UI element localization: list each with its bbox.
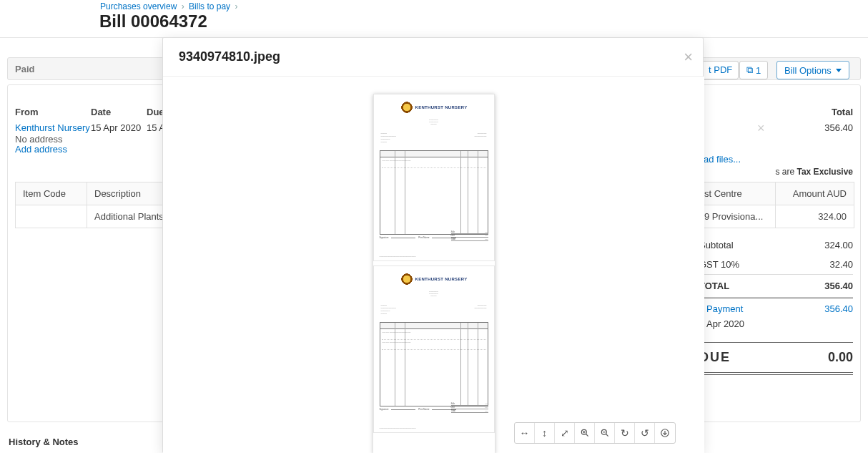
col-item-code: Item Code [16, 182, 87, 205]
status-badge: Paid [15, 64, 34, 74]
bill-options-button[interactable]: Bill Options [776, 61, 849, 79]
no-address-text: No address [15, 134, 62, 145]
date-label: Date [91, 107, 111, 117]
col-amount: Amount AUD [776, 182, 854, 205]
date-value: 15 Apr 2020 [91, 122, 141, 133]
amounts-are-text: s are Tax Exclusive [775, 167, 853, 177]
print-pdf-button[interactable]: t PDF [702, 61, 739, 79]
viewer-toolbar: ↔ ↕ ⤢ ↻ ↺ [514, 422, 676, 444]
chevron-down-icon [836, 69, 842, 72]
from-link[interactable]: Kenthurst Nursery [15, 122, 90, 133]
nursery-logo-icon [400, 273, 413, 286]
total-value: 356.40 [824, 122, 853, 133]
rotate-ccw-icon[interactable]: ↺ [635, 423, 655, 443]
add-address-link[interactable]: Add address [15, 144, 67, 155]
page-title: Bill 00064372 [99, 11, 207, 31]
attachments-button[interactable]: ⧉ 1 [739, 61, 768, 79]
payment-link[interactable]: s Payment [699, 303, 743, 314]
total-label: Total [832, 107, 853, 117]
svg-line-1 [586, 434, 588, 437]
upload-files-link[interactable]: ad files... [704, 154, 741, 165]
rotate-cw-icon[interactable]: ↻ [615, 423, 635, 443]
from-label: From [15, 107, 39, 117]
zoom-out-icon[interactable] [595, 423, 615, 443]
zoom-in-icon[interactable] [575, 423, 595, 443]
nursery-logo-icon [400, 101, 413, 114]
modal-close-icon[interactable]: × [684, 48, 693, 67]
invoice-page-1: KENTHURST NURSERY ──────────────── ─────… [373, 94, 495, 261]
fit-width-icon[interactable]: ↔ [515, 423, 535, 443]
summary-box: Subtotal324.00 GST 10%32.40 TOTAL356.40 … [699, 235, 853, 375]
close-icon[interactable]: × [757, 121, 765, 136]
breadcrumb-purchases[interactable]: Purchases overview [100, 1, 177, 11]
download-icon[interactable] [655, 423, 675, 443]
fit-height-icon[interactable]: ↕ [535, 423, 555, 443]
breadcrumb-bills[interactable]: Bills to pay [189, 1, 230, 11]
file-count-value: 1 [756, 65, 761, 76]
invoice-page-2: KENTHURST NURSERY ──────────────── ─────… [373, 266, 495, 433]
image-viewer[interactable]: KENTHURST NURSERY ──────────────── ─────… [163, 77, 704, 453]
expand-icon[interactable]: ⤢ [555, 423, 575, 443]
history-notes-heading: History & Notes [9, 437, 79, 447]
file-icon: ⧉ [746, 64, 753, 76]
attachment-viewer-modal: 9340974810.jpeg × KENTHURST NURSERY ────… [162, 37, 704, 453]
modal-filename: 9340974810.jpeg [179, 49, 280, 64]
breadcrumb: Purchases overview › Bills to pay › [100, 1, 240, 11]
col-cost-centre: st Centre [697, 182, 776, 205]
svg-line-5 [606, 434, 608, 437]
